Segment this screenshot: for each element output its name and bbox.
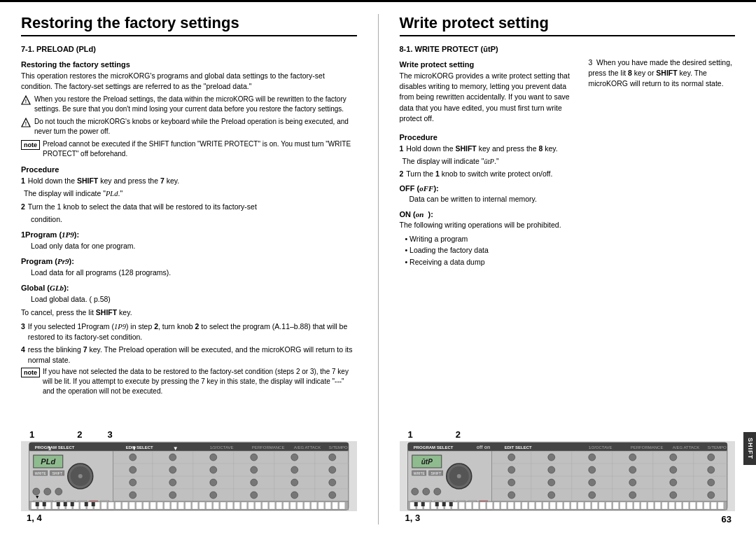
svg-rect-222 — [690, 502, 695, 509]
right-synth-svg: PROGRAM SELECT EDIT SELECT 1/2/OCTAVE PE… — [400, 441, 736, 511]
svg-point-175 — [507, 492, 514, 499]
svg-point-162 — [707, 454, 714, 461]
svg-text:S/TEMPO: S/TEMPO — [329, 445, 348, 450]
svg-point-54 — [251, 479, 258, 486]
on-text: The following writing operations will be… — [400, 220, 736, 230]
svg-rect-75 — [108, 502, 114, 509]
svg-point-61 — [291, 492, 298, 499]
left-step-4: 4 ress the blinking 7 key. The Preload o… — [21, 345, 357, 365]
svg-point-158 — [547, 454, 554, 461]
right-bold-heading: Write protect setting — [400, 60, 583, 69]
right-procedure-label: Procedure — [400, 133, 736, 141]
svg-point-165 — [588, 466, 595, 473]
warning-block-2: ! Do not touch the microKORG's knobs or … — [21, 117, 357, 137]
svg-point-157 — [507, 454, 514, 461]
right-steps-list: 1 Hold down the SHIFT key and press the … — [400, 144, 736, 181]
left-step-2-text: Turn the 1 knob to select the data that … — [28, 202, 257, 212]
svg-rect-66 — [46, 502, 51, 509]
left-subsection-header: 7-1. PRELOAD (PLd) — [21, 45, 357, 53]
svg-rect-93 — [234, 502, 240, 509]
svg-rect-210 — [606, 502, 611, 509]
right-intro-text: The microKORG provides a write protect s… — [400, 71, 583, 124]
right-diagram-bottom-label: 1, 3 — [405, 513, 421, 523]
svg-rect-102 — [298, 502, 303, 509]
svg-text:off  on: off on — [476, 445, 489, 450]
left-synth-svg: PROGRAM SELECT EDIT SELECT 1/2/OCTAVE PE… — [21, 441, 357, 511]
note-text-1: Preload cannot be executed if the SHIFT … — [43, 139, 357, 159]
svg-rect-184 — [424, 502, 429, 509]
svg-rect-223 — [696, 502, 702, 509]
svg-rect-114 — [85, 502, 88, 506]
global-text: Load global data. ( p.58) — [21, 294, 357, 305]
svg-text:PERFORMANCE: PERFORMANCE — [252, 445, 285, 450]
left-intro-text: This operation restores the microKORG's … — [21, 71, 357, 92]
svg-point-174 — [707, 479, 714, 486]
svg-rect-227 — [414, 502, 417, 506]
left-diagram-num-1: 1 — [29, 429, 34, 440]
svg-rect-76 — [115, 502, 121, 509]
svg-point-45 — [130, 466, 136, 473]
svg-rect-95 — [248, 502, 254, 509]
svg-rect-109 — [36, 502, 39, 506]
svg-rect-88 — [200, 502, 205, 509]
condition-text: condition. — [21, 214, 357, 225]
svg-rect-202 — [550, 502, 555, 509]
right-step-1-sub: The display will indicate "ūtP." — [400, 156, 736, 167]
svg-rect-207 — [584, 502, 590, 509]
svg-text:1/2/OCTAVE: 1/2/OCTAVE — [588, 445, 612, 450]
warning-block-1: ! When you restore the Preload settings,… — [21, 95, 357, 114]
right-step3-text: 3 When you have made the desired setting… — [588, 57, 735, 90]
prohibited-item-1: Writing a program — [405, 234, 736, 244]
svg-rect-231 — [449, 502, 452, 506]
svg-point-176 — [547, 492, 554, 499]
svg-rect-200 — [536, 502, 541, 509]
svg-rect-230 — [442, 502, 445, 506]
right-diagram-num-2: 2 — [456, 429, 461, 440]
left-section-title: Restoring the factory settings — [21, 14, 357, 36]
svg-rect-205 — [570, 502, 576, 509]
svg-text:▼: ▼ — [173, 445, 178, 452]
svg-rect-215 — [640, 502, 646, 509]
svg-point-140 — [433, 488, 440, 495]
svg-text:WRITE: WRITE — [35, 471, 47, 475]
svg-point-169 — [507, 479, 514, 486]
svg-rect-70 — [74, 502, 79, 509]
note-block-1: note Preload cannot be executed if the S… — [21, 139, 357, 159]
svg-point-171 — [588, 479, 595, 486]
svg-rect-105 — [318, 502, 324, 509]
svg-rect-188 — [451, 502, 457, 509]
svg-point-159 — [588, 454, 595, 461]
svg-rect-106 — [326, 502, 331, 509]
column-divider — [378, 14, 379, 524]
svg-rect-85 — [178, 502, 184, 509]
svg-point-167 — [669, 466, 676, 473]
prohibited-item-2: Loading the factory data — [405, 245, 736, 256]
svg-point-60 — [251, 492, 258, 499]
svg-point-59 — [210, 492, 217, 499]
left-diagram-bottom-label: 1, 4 — [27, 513, 42, 523]
prohibited-list: Writing a program Loading the factory da… — [400, 234, 736, 269]
off-text: Data can be written to internal memory. — [400, 194, 736, 204]
cancel-text: To cancel, press the lit SHIFT key. — [21, 307, 357, 318]
svg-point-52 — [169, 479, 176, 486]
svg-point-161 — [669, 454, 676, 461]
svg-rect-82 — [158, 502, 163, 509]
svg-text:▼: ▼ — [132, 445, 137, 452]
svg-point-40 — [169, 454, 176, 461]
svg-rect-107 — [332, 502, 338, 509]
svg-point-21 — [44, 488, 51, 495]
svg-text:WRITE: WRITE — [413, 471, 425, 475]
svg-rect-97 — [262, 502, 268, 509]
svg-rect-208 — [592, 502, 597, 509]
svg-point-49 — [291, 466, 298, 473]
svg-rect-115 — [92, 502, 95, 506]
svg-rect-108 — [340, 502, 345, 509]
shift-tab: SHIFT — [743, 432, 756, 465]
programAll-text: Load data for all programs (128 programs… — [21, 268, 357, 278]
right-section-title: Write protect setting — [400, 14, 736, 36]
svg-text:ūtP: ūtP — [421, 458, 432, 466]
svg-point-177 — [588, 492, 595, 499]
svg-point-50 — [329, 466, 336, 473]
svg-rect-229 — [435, 502, 438, 506]
warning-text-2: Do not touch the microKORG's knobs or ke… — [34, 117, 357, 137]
